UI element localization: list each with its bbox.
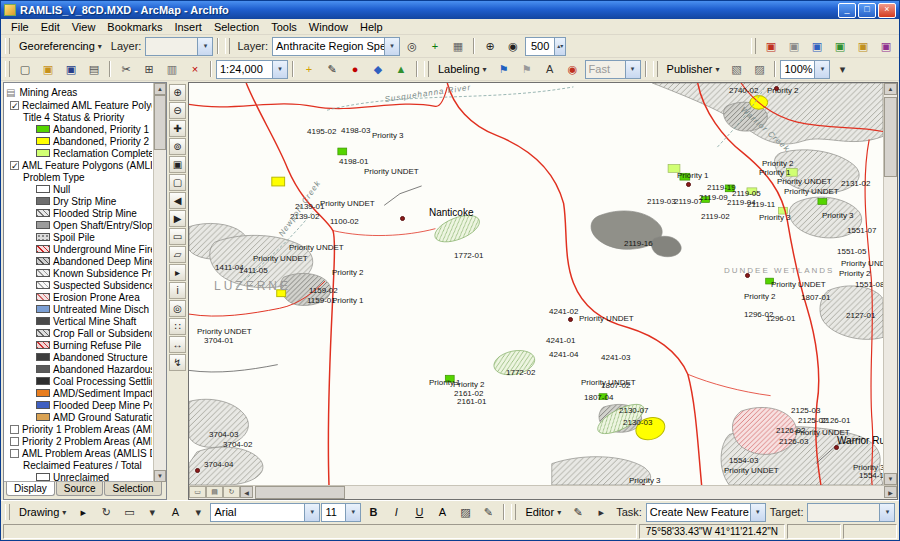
save-icon[interactable]: ▣: [60, 59, 82, 79]
toc-item-leg[interactable]: Unreclaimed: [6, 471, 152, 481]
find-tool[interactable]: ◎: [169, 300, 186, 317]
pan-tool[interactable]: ✚: [169, 120, 186, 137]
toc-item-leg[interactable]: Abandoned, Priority 1: [6, 123, 152, 135]
italic-button[interactable]: I: [385, 502, 407, 522]
toc-item-layer[interactable]: AML Problem Areas (AMLIS DB 2008: [6, 447, 152, 459]
task-combo[interactable]: Create New Feature▾: [646, 503, 766, 522]
publisher-pack-icon[interactable]: ▨: [748, 59, 770, 79]
tab-selection[interactable]: Selection: [104, 482, 161, 496]
toc-item-leg[interactable]: Underground Mine Fire: [6, 243, 152, 255]
scale-combo-dropdown-icon[interactable]: ▾: [272, 61, 287, 78]
drawing-menu[interactable]: Drawing▾: [14, 505, 71, 519]
toc-item-leg[interactable]: Untreated Mine Disch: [6, 303, 152, 315]
maximize-button[interactable]: □: [858, 3, 876, 18]
add-link-icon[interactable]: +: [424, 36, 446, 56]
open-icon[interactable]: ▣: [37, 59, 59, 79]
data-frame-item[interactable]: ▤ Mining Areas: [6, 85, 152, 99]
bold-button[interactable]: B: [362, 502, 384, 522]
forward-extent-tool[interactable]: ▶: [169, 210, 186, 227]
delete-icon[interactable]: ×: [184, 59, 206, 79]
toolbar-grip[interactable]: [511, 504, 516, 520]
target-combo-dropdown-icon[interactable]: ▾: [879, 504, 894, 521]
toc-item-leg[interactable]: Null: [6, 183, 152, 195]
labeling-menu[interactable]: Labeling▾: [433, 62, 492, 76]
map-vertical-scrollbar[interactable]: ▲ ▼: [883, 83, 897, 485]
tab-display[interactable]: Display: [6, 482, 55, 496]
edit-arrow-icon[interactable]: ▸: [590, 502, 612, 522]
shape-tool-icon[interactable]: ▭: [118, 502, 140, 522]
fixed-zoom-out-tool[interactable]: ▢: [169, 174, 186, 191]
toc-item-leg[interactable]: Abandoned, Priority 2: [6, 135, 152, 147]
copy-icon[interactable]: ⊞: [138, 59, 160, 79]
layer-checkbox[interactable]: ✓: [10, 161, 19, 170]
font-size-combo-dropdown-icon[interactable]: ▾: [345, 504, 360, 521]
toc-scrollbar[interactable]: ▲ ▼: [153, 83, 166, 482]
label-text-icon[interactable]: A: [539, 59, 561, 79]
cell-size-spinner[interactable]: 500▴▾: [525, 37, 566, 56]
sketch-tool-icon[interactable]: ✎: [567, 502, 589, 522]
toc-item-layer[interactable]: Priority 2 Problem Areas (AMLIS DB 2: [6, 435, 152, 447]
toolbar-grip[interactable]: [751, 38, 756, 54]
toc-item-layer[interactable]: Priority 1 Problem Areas (AMLIS DB 2: [6, 423, 152, 435]
layer-checkbox[interactable]: ✓: [10, 101, 19, 110]
zoom-out-tool[interactable]: ⊖: [169, 102, 186, 119]
menu-bookmarks[interactable]: Bookmarks: [101, 21, 168, 33]
select-elements-icon[interactable]: ▸: [72, 502, 94, 522]
select-features-tool[interactable]: ▭: [169, 228, 186, 245]
georef-layer-combo-dropdown-icon[interactable]: ▾: [197, 38, 212, 55]
editor-menu[interactable]: Editor▾: [520, 505, 566, 519]
menu-insert[interactable]: Insert: [168, 21, 208, 33]
publisher-page-icon[interactable]: ▧: [725, 59, 747, 79]
menu-tools[interactable]: Tools: [265, 21, 303, 33]
data-view-button[interactable]: ▭: [189, 486, 206, 498]
toc-item-leg[interactable]: Abandoned Hazardous Materials: [6, 363, 152, 375]
fixed-zoom-in-tool[interactable]: ▣: [169, 156, 186, 173]
back-extent-tool[interactable]: ◀: [169, 192, 186, 209]
toc-item-head[interactable]: Problem Type: [6, 171, 152, 183]
menu-view[interactable]: View: [66, 21, 102, 33]
zoom-selected-icon[interactable]: ⊕: [479, 36, 501, 56]
publisher-menu[interactable]: Publisher▾: [662, 62, 725, 76]
map-scroll-left-icon[interactable]: ◀: [240, 486, 253, 498]
new-map-icon[interactable]: ▢: [14, 59, 36, 79]
flash-feature-icon[interactable]: ◎: [401, 36, 423, 56]
toolbar-grip[interactable]: [225, 38, 230, 54]
minimize-button[interactable]: _: [838, 3, 856, 18]
target-combo[interactable]: ▾: [807, 503, 895, 522]
zoom-in-tool[interactable]: ⊕: [169, 84, 186, 101]
task-combo-dropdown-icon[interactable]: ▾: [750, 504, 765, 521]
go-to-xy-tool[interactable]: ∷: [169, 318, 186, 335]
label-flag-blue-icon[interactable]: ⚑: [493, 59, 515, 79]
toc-item-layer[interactable]: ✓Reclaimed AML Feature Polygons (Pr: [6, 99, 152, 111]
toc-item-leg[interactable]: Crop Fall or Subsidence Opening: [6, 327, 152, 339]
toc-scroll-thumb[interactable]: [154, 95, 166, 150]
font-size-combo[interactable]: 11▾: [321, 503, 361, 522]
link-table-icon[interactable]: ▦: [447, 36, 469, 56]
print-icon[interactable]: ▤: [83, 59, 105, 79]
toc-item-head[interactable]: Title 4 Status & Priority: [6, 111, 152, 123]
map-hscroll-thumb[interactable]: [255, 486, 345, 499]
map-scroll-right-icon[interactable]: ▶: [884, 486, 897, 498]
hyperlink-tool[interactable]: ↯: [169, 354, 186, 371]
label-engine-combo-dropdown-icon[interactable]: ▾: [625, 61, 640, 78]
toc-item-leg[interactable]: AMD Ground Saturation: [6, 411, 152, 423]
clear-selection-tool[interactable]: ▱: [169, 246, 186, 263]
more-commands-icon[interactable]: ▾: [831, 59, 853, 79]
label-flag-gray-icon[interactable]: ⚑: [516, 59, 538, 79]
close-button[interactable]: ×: [878, 3, 896, 18]
font-combo[interactable]: Arial▾: [210, 503, 320, 522]
toc-item-leg[interactable]: Known Subsidence Prone Area: [6, 267, 152, 279]
toc-item-layer[interactable]: ✓AML Feature Polygons (AMLIS DB 20: [6, 159, 152, 171]
toc-item-leg[interactable]: Open Shaft/Entry/Slope: [6, 219, 152, 231]
georef-layer-combo[interactable]: ▾: [145, 37, 213, 56]
toolbar-grip[interactable]: [5, 38, 10, 54]
underline-button[interactable]: U: [408, 502, 430, 522]
paste-icon[interactable]: ▥: [161, 59, 183, 79]
map-vscroll-thumb[interactable]: [884, 97, 897, 177]
command-blue-icon[interactable]: ▣: [806, 36, 828, 56]
menu-edit[interactable]: Edit: [35, 21, 66, 33]
text-caret-icon[interactable]: ▾: [187, 502, 209, 522]
menu-window[interactable]: Window: [303, 21, 354, 33]
toc-item-head[interactable]: Reclaimed Features / Total: [6, 459, 152, 471]
menu-selection[interactable]: Selection: [208, 21, 265, 33]
